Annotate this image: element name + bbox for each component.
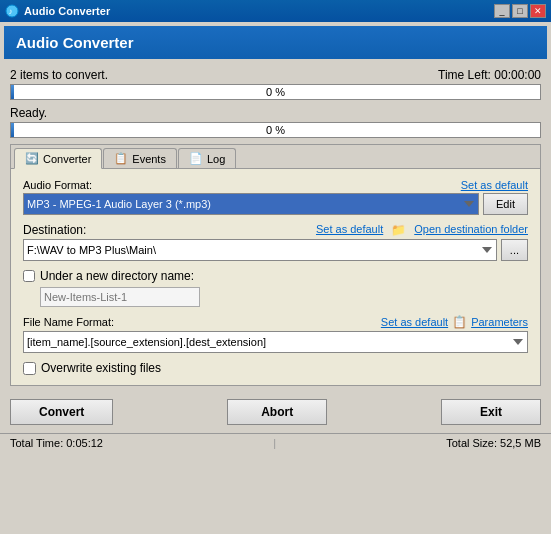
progress-bar-2-text: 0 %	[11, 123, 540, 137]
tab-converter[interactable]: 🔄 Converter	[14, 148, 102, 169]
exit-button[interactable]: Exit	[441, 399, 541, 425]
browse-button[interactable]: ...	[501, 239, 528, 261]
progress-bar-2: 0 %	[10, 122, 541, 138]
filename-format-select[interactable]: [item_name].[source_extension].[dest_ext…	[23, 331, 528, 353]
progress1-timeleft: Time Left: 00:00:00	[438, 68, 541, 82]
edit-button[interactable]: Edit	[483, 193, 528, 215]
new-dir-checkbox[interactable]	[23, 270, 35, 282]
tab-converter-icon: 🔄	[25, 152, 39, 165]
destination-open-folder[interactable]: Open destination folder	[414, 223, 528, 237]
progress-bar-1-text: 0 %	[11, 85, 540, 99]
status-bar-divider: |	[273, 437, 276, 449]
overwrite-row: Overwrite existing files	[23, 361, 528, 375]
filename-format-field: File Name Format: Set as default 📋 Param…	[23, 315, 528, 353]
tab-content-converter: Audio Format: Set as default MP3 - MPEG-…	[11, 169, 540, 385]
minimize-button[interactable]: _	[494, 4, 510, 18]
app-icon: ♪	[5, 4, 19, 18]
new-dir-label: Under a new directory name:	[40, 269, 194, 283]
overwrite-checkbox[interactable]	[23, 362, 36, 375]
close-button[interactable]: ✕	[530, 4, 546, 18]
tab-log-icon: 📄	[189, 152, 203, 165]
new-dir-checkbox-row: Under a new directory name:	[23, 269, 528, 283]
maximize-button[interactable]: □	[512, 4, 528, 18]
app-header: Audio Converter	[4, 26, 547, 59]
status-bar: Total Time: 0:05:12 | Total Size: 52,5 M…	[0, 433, 551, 452]
destination-label: Destination:	[23, 223, 86, 237]
app-header-title: Audio Converter	[16, 34, 134, 51]
title-bar-text: Audio Converter	[24, 5, 110, 17]
tabs-header: 🔄 Converter 📋 Events 📄 Log	[11, 145, 540, 169]
main-window: Audio Converter 2 items to convert. Time…	[0, 26, 551, 452]
abort-button[interactable]: Abort	[227, 399, 327, 425]
parameters-icon: 📋	[452, 315, 467, 329]
audio-format-label: Audio Format:	[23, 179, 92, 191]
tab-log[interactable]: 📄 Log	[178, 148, 236, 168]
destination-field: Destination: Set as default 📁 Open desti…	[23, 223, 528, 261]
title-bar-controls: _ □ ✕	[494, 4, 546, 18]
progress1-label: 2 items to convert.	[10, 68, 108, 82]
button-row: Convert Abort Exit	[0, 391, 551, 433]
filename-format-label: File Name Format:	[23, 316, 114, 328]
progress-section-2: Ready. 0 %	[10, 106, 541, 138]
progress-section-1: 2 items to convert. Time Left: 00:00:00 …	[10, 68, 541, 100]
tab-events-label: Events	[132, 153, 166, 165]
audio-format-field: Audio Format: Set as default MP3 - MPEG-…	[23, 179, 528, 215]
title-bar: ♪ Audio Converter _ □ ✕	[0, 0, 551, 22]
overwrite-label: Overwrite existing files	[41, 361, 161, 375]
audio-format-set-default[interactable]: Set as default	[461, 179, 528, 191]
tab-events[interactable]: 📋 Events	[103, 148, 177, 168]
progress2-label: Ready.	[10, 106, 47, 120]
new-dir-input[interactable]	[40, 287, 200, 307]
tab-events-icon: 📋	[114, 152, 128, 165]
destination-select[interactable]: F:\WAV to MP3 Plus\Main\	[23, 239, 497, 261]
tab-converter-label: Converter	[43, 153, 91, 165]
total-size: Total Size: 52,5 MB	[446, 437, 541, 449]
destination-set-default[interactable]: Set as default	[316, 223, 383, 237]
filename-set-default[interactable]: Set as default	[381, 316, 448, 328]
tabs-container: 🔄 Converter 📋 Events 📄 Log Audio Format:	[10, 144, 541, 386]
folder-icon: 📁	[391, 223, 406, 237]
svg-text:♪: ♪	[9, 7, 13, 16]
total-time: Total Time: 0:05:12	[10, 437, 103, 449]
content-area: 2 items to convert. Time Left: 00:00:00 …	[0, 63, 551, 391]
convert-button[interactable]: Convert	[10, 399, 113, 425]
progress-bar-1: 0 %	[10, 84, 541, 100]
parameters-link[interactable]: Parameters	[471, 316, 528, 328]
audio-format-select[interactable]: MP3 - MPEG-1 Audio Layer 3 (*.mp3)	[23, 193, 479, 215]
tab-log-label: Log	[207, 153, 225, 165]
